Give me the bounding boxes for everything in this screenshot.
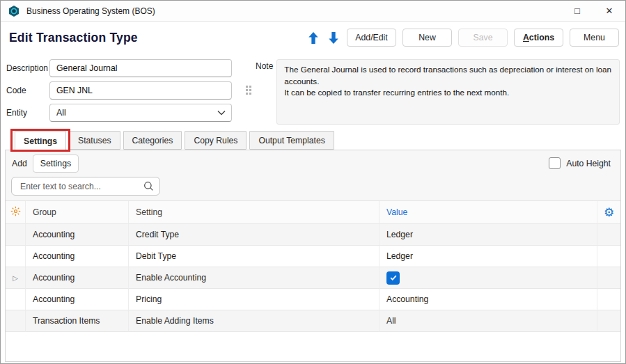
note-textarea[interactable]: The General Journal is used to record tr… — [276, 59, 620, 125]
actions-button[interactable]: Actions — [514, 29, 563, 47]
save-button[interactable]: Save — [458, 29, 508, 47]
table-row[interactable]: Accounting Debit Type Ledger — [6, 246, 620, 267]
gear-icon[interactable]: ⚙ — [604, 207, 614, 219]
table-row[interactable]: ▷ Accounting Enable Accounting — [6, 267, 620, 289]
tab-output-templates[interactable]: Output Templates — [249, 131, 334, 150]
grid-search-box[interactable] — [11, 177, 160, 196]
setting-cell: Pricing — [129, 289, 379, 310]
entity-select-value[interactable] — [49, 104, 232, 122]
app-logo-icon — [8, 5, 20, 17]
tab-settings[interactable]: Settings — [15, 131, 66, 151]
add-edit-button[interactable]: Add/Edit — [347, 29, 396, 47]
grip-dots-icon — [246, 86, 251, 95]
window-controls: □ ✕ — [561, 1, 625, 22]
close-button[interactable]: ✕ — [593, 1, 625, 22]
title-bar: Business Operating System (BOS) □ ✕ — [1, 1, 625, 22]
group-cell: Accounting — [26, 224, 129, 246]
group-cell: Accounting — [26, 267, 129, 289]
group-cell: Transaction Items — [26, 310, 129, 332]
value-cell[interactable]: All — [379, 310, 597, 332]
search-icon[interactable] — [143, 181, 154, 191]
table-row[interactable]: Accounting Pricing Accounting — [6, 289, 620, 310]
form-fields: Description Code Entity — [6, 59, 243, 126]
entity-label: Entity — [6, 108, 49, 118]
value-cell[interactable]: Accounting — [379, 289, 597, 310]
panel-toolbar: Add Settings Auto Height — [6, 150, 620, 176]
menu-button[interactable]: Menu — [570, 29, 619, 47]
settings-grid: Group Setting Value ⚙ Accounting Credit … — [6, 200, 620, 332]
grid-header-row: Group Setting Value ⚙ — [6, 201, 620, 224]
group-cell: Accounting — [26, 246, 129, 267]
app-window: Business Operating System (BOS) □ ✕ Edit… — [0, 0, 626, 364]
row-indicator-cell: ▷ — [6, 267, 26, 289]
auto-height-label: Auto Height — [566, 159, 611, 168]
tab-categories[interactable]: Categories — [123, 131, 182, 150]
transaction-type-form: Description Code Entity Note The Ge — [1, 54, 625, 126]
splitter-grip-handle[interactable] — [243, 86, 254, 95]
entity-select[interactable] — [49, 104, 232, 122]
value-cell[interactable]: Ledger — [379, 224, 597, 246]
row-indicator-cell — [6, 224, 26, 246]
header-actions: Add/Edit New Save Actions Menu — [306, 29, 619, 47]
auto-height-checkbox[interactable] — [549, 157, 561, 169]
new-button[interactable]: New — [402, 29, 452, 47]
add-settings-button[interactable]: Settings — [33, 155, 79, 173]
column-header-value[interactable]: Value — [379, 201, 597, 224]
tab-copy-rules[interactable]: Copy Rules — [185, 131, 247, 150]
value-cell — [379, 267, 597, 289]
row-indicator-header — [6, 201, 26, 224]
page-header: Edit Transaction Type Add/Edit New Save … — [1, 22, 625, 54]
row-expand-arrow-icon[interactable]: ▷ — [13, 274, 18, 282]
search-row — [6, 176, 620, 200]
code-input[interactable] — [49, 81, 232, 100]
column-header-group[interactable]: Group — [26, 201, 129, 224]
window-title: Business Operating System (BOS) — [26, 6, 155, 16]
description-row: Description — [6, 59, 243, 77]
setting-cell: Enable Accounting — [129, 267, 379, 289]
settings-tab-panel: Add Settings Auto Height — [5, 150, 621, 362]
group-cell: Accounting — [26, 289, 129, 310]
tab-statuses[interactable]: Statuses — [69, 131, 120, 150]
code-row: Code — [6, 81, 243, 100]
description-label: Description — [6, 63, 49, 73]
auto-height-toggle[interactable]: Auto Height — [549, 157, 611, 169]
tab-strip: Settings Statuses Categories Copy Rules … — [1, 126, 625, 150]
row-indicator-cell — [6, 289, 26, 310]
column-chooser-cell: ⚙ — [597, 201, 620, 224]
grid-empty-area — [6, 332, 620, 361]
value-cell[interactable]: Ledger — [379, 246, 597, 267]
search-input[interactable] — [19, 181, 143, 192]
note-label: Note — [256, 61, 273, 71]
code-label: Code — [6, 86, 49, 95]
sun-icon — [10, 206, 21, 219]
page-title: Edit Transaction Type — [9, 31, 138, 45]
add-label: Add — [12, 159, 27, 168]
maximize-button[interactable]: □ — [561, 1, 593, 22]
description-input[interactable] — [49, 59, 232, 77]
enable-accounting-checkbox[interactable] — [386, 271, 400, 285]
entity-row: Entity — [6, 104, 243, 122]
row-indicator-cell — [6, 246, 26, 267]
setting-cell: Credit Type — [129, 224, 379, 246]
setting-cell: Debit Type — [129, 246, 379, 267]
setting-cell: Enable Adding Items — [129, 310, 379, 332]
column-header-setting[interactable]: Setting — [129, 201, 379, 224]
next-record-arrow-icon[interactable] — [327, 31, 341, 45]
row-indicator-cell — [6, 310, 26, 332]
table-row[interactable]: Transaction Items Enable Adding Items Al… — [6, 310, 620, 332]
previous-record-arrow-icon[interactable] — [306, 31, 320, 45]
table-row[interactable]: Accounting Credit Type Ledger — [6, 224, 620, 246]
